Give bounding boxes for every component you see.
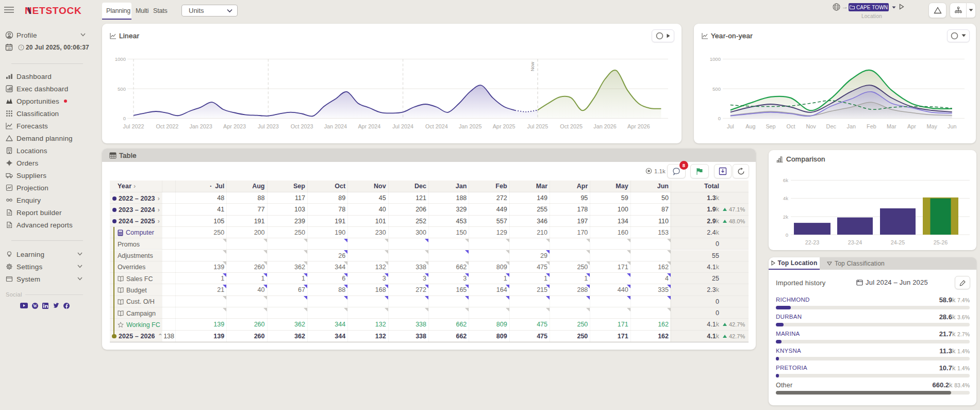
svg-text:0: 0 — [718, 116, 721, 121]
svg-text:Now: Now — [530, 61, 535, 71]
svg-text:24-25: 24-25 — [891, 239, 905, 245]
svg-text:Jul 2022: Jul 2022 — [123, 123, 144, 129]
svg-text:Mar: Mar — [887, 123, 896, 129]
svg-text:Aug: Aug — [745, 123, 755, 129]
svg-text:i: i — [21, 45, 22, 49]
svg-text:Jun: Jun — [948, 123, 956, 129]
svg-text:Oct: Oct — [787, 123, 795, 129]
svg-text:23-24: 23-24 — [848, 239, 862, 245]
svg-text:Jan 2023: Jan 2023 — [189, 123, 212, 129]
svg-text:6k: 6k — [783, 177, 788, 183]
svg-text:Jul 2025: Jul 2025 — [527, 123, 548, 129]
svg-text:Feb: Feb — [867, 123, 876, 129]
svg-text:Apr: Apr — [907, 123, 916, 129]
svg-text:1000: 1000 — [115, 56, 126, 62]
svg-text:Oct 2022: Oct 2022 — [156, 123, 178, 129]
svg-text:Apr 2026: Apr 2026 — [627, 123, 650, 129]
svg-text:Jul 2023: Jul 2023 — [258, 123, 279, 129]
svg-text:Jan 2025: Jan 2025 — [459, 123, 481, 129]
svg-text:Apr 2024: Apr 2024 — [358, 123, 380, 129]
svg-text:Jul: Jul — [727, 123, 734, 129]
svg-text:Jul 2024: Jul 2024 — [392, 123, 413, 129]
svg-text:22-23: 22-23 — [805, 239, 820, 245]
svg-text:500: 500 — [118, 86, 126, 92]
svg-text:Apr 2025: Apr 2025 — [493, 123, 516, 129]
svg-text:19: 19 — [7, 47, 10, 50]
svg-text:0: 0 — [123, 116, 126, 121]
svg-text:Dec: Dec — [826, 123, 837, 129]
svg-text:Jan 2024: Jan 2024 — [324, 123, 347, 129]
svg-text:Jan: Jan — [847, 123, 856, 129]
svg-text:Oct 2023: Oct 2023 — [291, 123, 313, 129]
svg-text:Apr 2023: Apr 2023 — [223, 123, 246, 129]
svg-text:Jan 2026: Jan 2026 — [593, 123, 616, 129]
svg-text:Oct 2025: Oct 2025 — [560, 123, 583, 129]
svg-text:0: 0 — [786, 232, 788, 238]
svg-text:25-26: 25-26 — [934, 239, 948, 245]
svg-text:Oct 2024: Oct 2024 — [425, 123, 448, 129]
svg-text:May: May — [926, 123, 937, 129]
svg-text:W: W — [33, 303, 37, 308]
svg-text:NETSTOCK: NETSTOCK — [25, 5, 82, 16]
svg-text:4k: 4k — [783, 195, 788, 201]
svg-text:500: 500 — [712, 86, 721, 92]
svg-text:Sep: Sep — [766, 123, 775, 129]
svg-text:Nov: Nov — [806, 123, 816, 129]
svg-text:1000: 1000 — [710, 56, 721, 62]
svg-text:2k: 2k — [783, 214, 788, 220]
